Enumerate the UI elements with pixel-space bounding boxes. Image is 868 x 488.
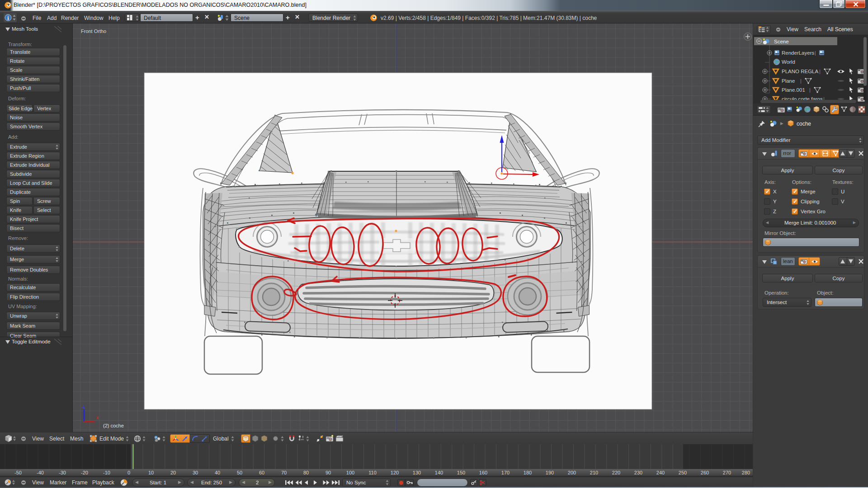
svg-text:Scene: Scene	[774, 39, 789, 44]
svg-text:Plane: Plane	[782, 78, 795, 84]
svg-text:World: World	[782, 59, 795, 65]
svg-text:|: |	[809, 87, 811, 93]
svg-text:Plane.001: Plane.001	[782, 87, 805, 93]
svg-text:z: z	[82, 404, 85, 409]
svg-text:|: |	[819, 69, 821, 74]
svg-text:|: |	[815, 50, 816, 56]
svg-text:x: x	[96, 415, 99, 420]
svg-text:PLANO REGLA: PLANO REGLA	[782, 69, 818, 74]
svg-text:RenderLayers: RenderLayers	[782, 50, 814, 56]
svg-text:|: |	[800, 78, 802, 84]
